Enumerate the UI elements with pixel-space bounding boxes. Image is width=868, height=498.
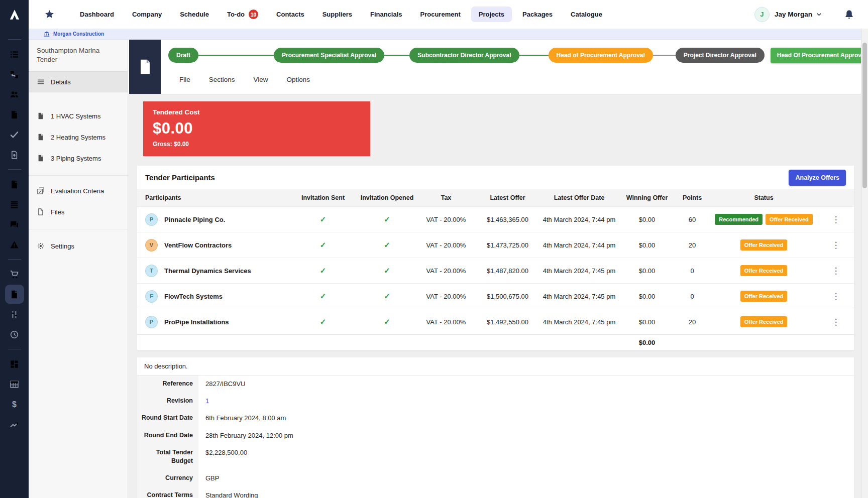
app-logo[interactable] [0, 0, 29, 29]
analyze-offers-button[interactable]: Analyze Offers [789, 170, 846, 186]
status-badge-offer-received: Offer Received [740, 291, 788, 302]
participant-row[interactable]: T Thermal Dynamics Services ✓ ✓ VAT - 20… [137, 258, 854, 283]
nav-item-financials[interactable]: Financials [363, 7, 410, 22]
dollar-icon[interactable]: $ [5, 395, 24, 414]
dashboard-icon[interactable] [5, 354, 24, 374]
row-kebab-menu-icon[interactable]: ⋮ [818, 241, 854, 250]
head-of-procurement-approval-button[interactable]: Head Of Procurement Approval [771, 48, 868, 63]
menu-item-file[interactable]: File [179, 76, 190, 83]
document-icon[interactable] [5, 175, 24, 194]
chat-icon[interactable] [5, 215, 24, 234]
menu-item-sections[interactable]: Sections [209, 76, 235, 83]
file-export-icon[interactable] [5, 145, 24, 164]
trend-icon[interactable] [5, 415, 24, 434]
rows-icon[interactable] [5, 195, 24, 214]
nav-item-company[interactable]: Company [125, 7, 169, 22]
details-field-value[interactable]: 1 [198, 393, 854, 410]
workflow-step-draft: Draft [168, 48, 198, 63]
user-avatar[interactable]: J [754, 7, 770, 22]
participant-row[interactable]: P Pinnacle Piping Co. ✓ ✓ VAT - 20.00% $… [137, 206, 854, 232]
details-field-reference: Reference 2827/IBC9VU [137, 376, 854, 393]
details-field-round-start-date: Round Start Date 6th February 2024, 8:00… [137, 410, 854, 427]
row-kebab-menu-icon[interactable]: ⋮ [818, 267, 854, 275]
participant-row[interactable]: V VentFlow Contractors ✓ ✓ VAT - 20.00% … [137, 232, 854, 258]
favorite-star-icon[interactable] [45, 10, 54, 19]
document-icon [37, 134, 44, 141]
clipboard-check-icon [37, 187, 44, 194]
workflow-connector [384, 55, 409, 56]
details-field-label: Reference [137, 376, 198, 393]
status-badge-offer-received: Offer Received [766, 214, 813, 225]
participant-row[interactable]: P ProPipe Installations ✓ ✓ VAT - 20.00%… [137, 309, 854, 334]
nav-item-dashboard[interactable]: Dashboard [72, 7, 122, 22]
rail-divider [8, 39, 21, 40]
nav-item-packages[interactable]: Packages [515, 7, 560, 22]
document-tab[interactable] [129, 40, 161, 94]
table-icon[interactable] [5, 375, 24, 394]
details-field-label: Contract Terms [137, 487, 198, 498]
points-value: 60 [675, 216, 710, 223]
row-kebab-menu-icon[interactable]: ⋮ [818, 292, 854, 301]
sidebar-item-details[interactable]: Details [29, 71, 128, 92]
adjust-icon[interactable] [5, 305, 24, 324]
rail-divider [8, 259, 21, 260]
todo-count-badge: 10 [249, 10, 258, 19]
nav-item-label: Schedule [180, 11, 209, 18]
breadcrumb-company[interactable]: Morgan Construction [53, 31, 104, 37]
nav-item-to-do[interactable]: To-do 10 [220, 6, 266, 23]
nav-item-suppliers[interactable]: Suppliers [315, 7, 360, 22]
sidebar-item-settings[interactable]: Settings [29, 235, 128, 257]
check-icon[interactable] [5, 125, 24, 144]
sidebar-item-files[interactable]: Files [29, 201, 128, 222]
top-bar: Dashboard Company Schedule To-do 10 Cont… [0, 0, 868, 29]
user-name[interactable]: Jay Morgan [775, 11, 812, 18]
warning-icon[interactable] [5, 235, 24, 254]
row-kebab-menu-icon[interactable]: ⋮ [818, 318, 854, 326]
workflow-icon[interactable] [5, 65, 24, 84]
list-icon[interactable] [5, 45, 24, 64]
clock-icon[interactable] [5, 325, 24, 344]
row-kebab-menu-icon[interactable]: ⋮ [818, 215, 854, 224]
total-winning-offer: $0.00 [619, 339, 675, 346]
nav-item-schedule[interactable]: Schedule [172, 7, 216, 22]
invitation-opened-check-icon: ✓ [358, 266, 416, 275]
document-icon[interactable] [5, 105, 24, 124]
status-badges: RecommendedOffer Received [710, 214, 818, 225]
participant-row[interactable]: F FlowTech Systems ✓ ✓ VAT - 20.00% $1,5… [137, 283, 854, 309]
details-field-value: 2827/IBC9VU [198, 376, 854, 393]
sidebar-item-1-hvac-systems[interactable]: 1 HVAC Systems [29, 105, 128, 127]
chevron-down-icon[interactable] [816, 11, 822, 18]
invitation-opened-check-icon: ✓ [358, 317, 416, 326]
workflow-step-subcontractor-director-approval: Subcontractor Director Approval [409, 48, 519, 63]
cart-icon[interactable] [5, 265, 24, 284]
nav-item-catalogue[interactable]: Catalogue [563, 7, 610, 22]
notifications-bell-icon[interactable] [844, 10, 854, 19]
menu-icon [37, 78, 44, 85]
nav-item-label: Financials [370, 11, 402, 18]
tender-sidebar: Southampton Marina Tender Details 1 HVAC… [29, 40, 128, 498]
company-bank-icon [44, 31, 50, 37]
menu-item-view[interactable]: View [254, 76, 268, 83]
scrollbar-thumb[interactable] [862, 43, 867, 188]
details-field-label: Total Tender Budget [137, 444, 198, 470]
sidebar-item-label: 2 Heating Systems [51, 134, 105, 141]
nav-item-projects[interactable]: Projects [471, 7, 512, 22]
nav-item-procurement[interactable]: Procurement [413, 7, 468, 22]
nav-item-label: To-do [227, 11, 245, 18]
participant-avatar: F [145, 290, 158, 303]
latest-offer-value: $1,500,675.00 [476, 293, 539, 300]
details-field-value: GBP [198, 470, 854, 487]
sidebar-item-3-piping-systems[interactable]: 3 Piping Systems [29, 148, 128, 169]
menu-item-options[interactable]: Options [287, 76, 310, 83]
users-icon[interactable] [5, 85, 24, 104]
sidebar-item-evaluation-criteria[interactable]: Evaluation Criteria [29, 180, 128, 201]
sidebar-item-2-heating-systems[interactable]: 2 Heating Systems [29, 127, 128, 148]
latest-offer-value: $1,463,365.00 [476, 216, 539, 223]
tender-details-card: No description. Reference 2827/IBC9VU Re… [137, 357, 854, 498]
participants-title: Tender Participants [145, 173, 215, 182]
document-icon[interactable] [5, 285, 24, 304]
nav-item-contacts[interactable]: Contacts [269, 7, 312, 22]
tender-header-band: DraftProcurement Specialist ApprovalSubc… [128, 40, 868, 94]
latest-offer-date: 4th March 2024, 7:45 pm [539, 318, 619, 326]
document-icon [37, 155, 44, 162]
